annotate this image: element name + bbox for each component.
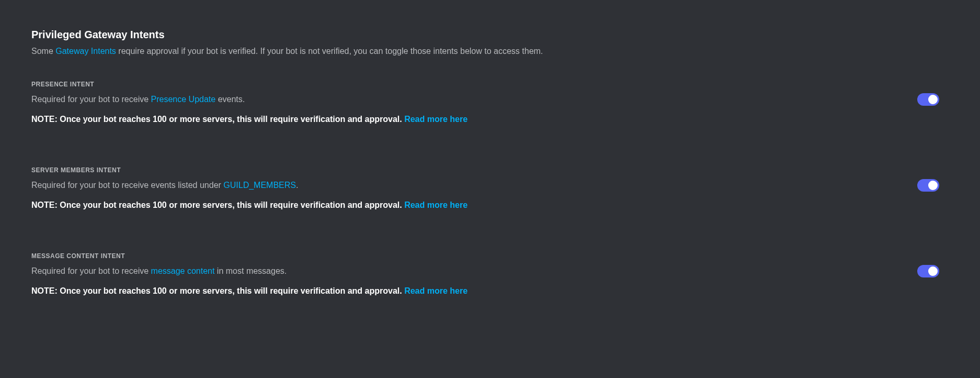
server-members-intent-label: SERVER MEMBERS INTENT xyxy=(31,166,737,174)
server-members-intent-note: NOTE: Once your bot reaches 100 or more … xyxy=(31,199,737,212)
presence-note-prefix: NOTE: Once your bot reaches 100 or more … xyxy=(31,115,404,124)
toggle-knob xyxy=(928,181,938,190)
presence-read-more-link[interactable]: Read more here xyxy=(404,115,468,124)
message-content-intent-note: NOTE: Once your bot reaches 100 or more … xyxy=(31,285,737,297)
message-desc-prefix: Required for your bot to receive xyxy=(31,266,151,275)
message-content-intent-description: Required for your bot to receive message… xyxy=(31,265,737,277)
members-read-more-link[interactable]: Read more here xyxy=(404,201,468,209)
presence-intent-block: PRESENCE INTENT Required for your bot to… xyxy=(31,81,949,126)
presence-update-link[interactable]: Presence Update xyxy=(151,95,216,104)
message-desc-suffix: in most messages. xyxy=(214,266,287,275)
desc-prefix: Some xyxy=(31,47,55,55)
desc-suffix: require approval if your bot is verified… xyxy=(116,47,543,55)
server-members-intent-description: Required for your bot to receive events … xyxy=(31,179,737,192)
presence-intent-toggle[interactable] xyxy=(917,93,939,106)
toggle-knob xyxy=(928,95,938,104)
section-title: Privileged Gateway Intents xyxy=(31,29,949,41)
server-members-intent-block: SERVER MEMBERS INTENT Required for your … xyxy=(31,166,949,212)
message-note-prefix: NOTE: Once your bot reaches 100 or more … xyxy=(31,286,404,295)
members-desc-prefix: Required for your bot to receive events … xyxy=(31,181,223,190)
members-note-prefix: NOTE: Once your bot reaches 100 or more … xyxy=(31,201,404,209)
presence-desc-prefix: Required for your bot to receive xyxy=(31,95,151,104)
message-read-more-link[interactable]: Read more here xyxy=(404,286,468,295)
message-content-link[interactable]: message content xyxy=(151,266,215,275)
message-content-intent-block: MESSAGE CONTENT INTENT Required for your… xyxy=(31,252,949,297)
members-desc-suffix: . xyxy=(296,181,298,190)
presence-intent-label: PRESENCE INTENT xyxy=(31,81,737,88)
guild-members-link[interactable]: GUILD_MEMBERS xyxy=(223,181,296,190)
message-content-intent-label: MESSAGE CONTENT INTENT xyxy=(31,252,737,260)
gateway-intents-link[interactable]: Gateway Intents xyxy=(55,47,116,55)
presence-intent-note: NOTE: Once your bot reaches 100 or more … xyxy=(31,113,737,126)
toggle-knob xyxy=(928,266,938,276)
presence-desc-suffix: events. xyxy=(215,95,245,104)
presence-intent-description: Required for your bot to receive Presenc… xyxy=(31,93,737,106)
server-members-intent-toggle[interactable] xyxy=(917,179,939,192)
section-description: Some Gateway Intents require approval if… xyxy=(31,45,949,58)
message-content-intent-toggle[interactable] xyxy=(917,265,939,277)
